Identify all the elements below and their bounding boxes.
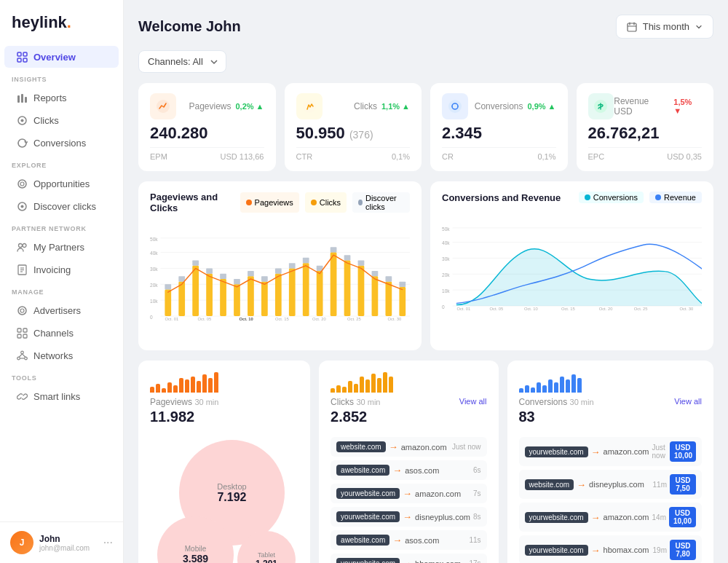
svg-text:0: 0 [442, 304, 445, 310]
svg-text:Oct. 25: Oct. 25 [634, 307, 648, 311]
svg-rect-84 [385, 282, 392, 316]
svg-rect-23 [17, 334, 21, 338]
sidebar-item-my-partners[interactable]: My Partners [4, 236, 119, 258]
flow-to: disneyplus.com [589, 480, 649, 489]
svg-text:Oct. 10: Oct. 10 [239, 317, 253, 321]
sidebar-item-label: Smart links [33, 391, 80, 402]
svg-point-25 [20, 351, 23, 354]
svg-point-27 [24, 357, 27, 360]
user-info: John john@mail.com [39, 534, 98, 552]
clicks30-label: Clicks 30 min [331, 397, 380, 407]
svg-text:Oct. 05: Oct. 05 [490, 307, 504, 311]
sidebar-item-conversions[interactable]: Conversions [4, 132, 119, 154]
stat-card-pageviews: Pageviews 0,2% ▲ 240.280 EPM USD 113,66 [138, 83, 276, 171]
flow-to: amazon.com [604, 447, 649, 456]
flow-time: 11m [653, 481, 667, 489]
svg-point-37 [448, 100, 462, 113]
svg-text:30k: 30k [150, 267, 158, 272]
sidebar-item-discover-clicks[interactable]: Discover clicks [4, 195, 119, 217]
clicks-view-all[interactable]: View all [459, 397, 487, 406]
svg-rect-64 [248, 276, 254, 316]
mini-chart-clicks [331, 371, 486, 393]
flow-from: awebsite.com [336, 535, 389, 546]
avatar: J [10, 531, 33, 554]
flow-usd: USD7,80 [670, 540, 696, 560]
sidebar-item-label: Clicks [33, 115, 59, 126]
pageviews-value: 240.280 [150, 124, 264, 143]
svg-rect-4 [17, 95, 20, 103]
flow-to: amazon.com [415, 489, 470, 498]
flow-item: website.com → disneyplus.com 11m USD7,50 [519, 470, 703, 499]
legend-pageviews: Pageviews [255, 198, 293, 207]
conversions-label: Conversions [475, 101, 523, 111]
svg-point-8 [20, 119, 23, 122]
svg-text:Oct. 01: Oct. 01 [456, 307, 470, 311]
chart-pv-legend: Pageviews Clicks Discover clicks [240, 192, 410, 213]
clicks-footer: CTR 0,1% [296, 147, 411, 161]
svg-text:10k: 10k [150, 299, 158, 304]
sidebar-item-clicks[interactable]: Clicks [4, 109, 119, 131]
svg-rect-77 [331, 247, 337, 252]
bottom-row: Pageviews 30 min 11.982 Desktop 7.192 Mo… [138, 361, 713, 563]
pv30-label: Pageviews 30 min [150, 397, 298, 407]
conversions-icon [16, 137, 28, 149]
sidebar-item-label: My Partners [33, 242, 84, 253]
flow-usd: USD10,00 [669, 507, 696, 527]
svg-rect-72 [303, 263, 309, 316]
logo: heylink. [0, 0, 123, 42]
sidebar-item-smart-links[interactable]: Smart links [4, 385, 119, 407]
svg-rect-56 [192, 266, 199, 316]
flow-item: yourwebsite.com → hbomax.com 19m USD7,80 [519, 535, 703, 563]
bottom-card-pageviews: Pageviews 30 min 11.982 Desktop 7.192 Mo… [138, 361, 310, 563]
flow-time: Just now [452, 443, 480, 451]
flow-arrow: → [389, 441, 398, 452]
section-tools: TOOLS [0, 367, 123, 385]
revenue-change: 1,5% ▼ [673, 98, 702, 115]
svg-rect-31 [628, 23, 636, 31]
flow-to: amazon.com [401, 443, 449, 452]
sidebar-item-networks[interactable]: Networks [4, 345, 119, 366]
svg-point-12 [20, 205, 23, 208]
user-more-button[interactable]: ··· [103, 536, 113, 549]
svg-text:Oct. 25: Oct. 25 [347, 317, 361, 321]
clicks-icon [16, 114, 28, 126]
channel-select[interactable]: Channels: All [138, 50, 226, 73]
pv30-value: 11.982 [150, 409, 298, 425]
svg-rect-73 [303, 258, 309, 263]
main-content: Welcome John This month Channels: All [124, 0, 728, 563]
flow-from: website.com [336, 441, 386, 452]
pageviews-footer: EPM USD 113,66 [150, 147, 264, 161]
sidebar-item-label: Conversions [33, 138, 86, 149]
user-name: John [39, 534, 98, 544]
svg-rect-0 [17, 52, 21, 56]
sidebar-item-reports[interactable]: Reports [4, 87, 119, 109]
svg-line-29 [22, 353, 25, 357]
conversions-stat-icon [442, 93, 468, 119]
conversions-view-all[interactable]: View all [674, 397, 702, 406]
pageviews-footer-left: EPM [150, 152, 167, 161]
sidebar-item-channels[interactable]: Channels [4, 322, 119, 344]
conv30-value: 83 [519, 409, 594, 425]
svg-rect-60 [220, 279, 226, 316]
svg-rect-87 [399, 282, 405, 287]
svg-point-20 [20, 309, 24, 312]
conversions-value: 2.345 [442, 124, 556, 143]
chart-pv-svg: 0 10k 20k 30k 40k 50k [150, 221, 410, 337]
sidebar-item-label: Networks [33, 350, 73, 361]
clicks30-value: 2.852 [331, 409, 380, 425]
flow-from: awebsite.com [336, 465, 389, 476]
sidebar-item-advertisers[interactable]: Advertisers [4, 299, 119, 321]
svg-rect-6 [25, 97, 27, 103]
sidebar-item-opportunities[interactable]: Opportunities [4, 173, 119, 194]
flow-item: awebsite.com → asos.com 11s [331, 530, 486, 550]
stat-cards: Pageviews 0,2% ▲ 240.280 EPM USD 113,66 [138, 83, 713, 171]
sidebar-item-overview[interactable]: Overview [4, 46, 119, 68]
flow-from: yourwebsite.com [525, 545, 588, 556]
flow-time: 7s [473, 489, 481, 497]
svg-point-10 [20, 182, 24, 186]
pageviews-change: 0,2% ▲ [235, 102, 264, 111]
date-filter-button[interactable]: This month [616, 15, 713, 39]
calendar-icon [627, 22, 637, 32]
flow-to: amazon.com [604, 513, 649, 521]
sidebar-item-invoicing[interactable]: Invoicing [4, 259, 119, 280]
